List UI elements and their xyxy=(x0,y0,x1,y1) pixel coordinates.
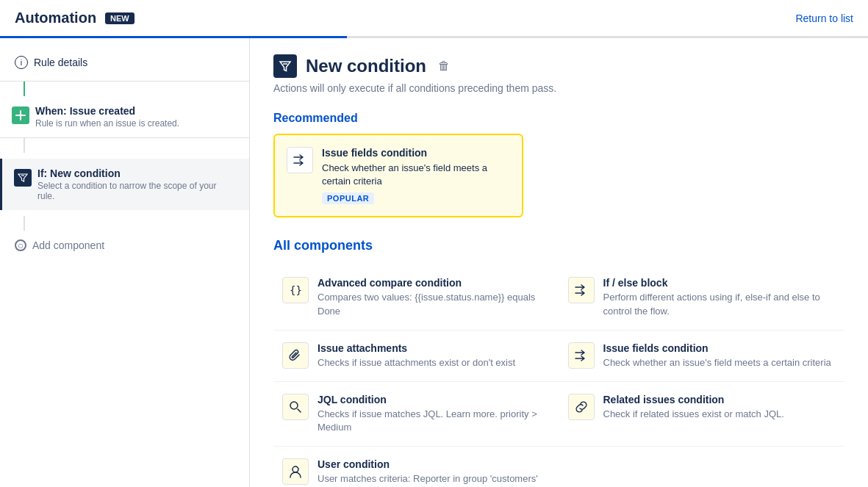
component-card-fields-condition[interactable]: Issue fields condition Check whether an … xyxy=(559,331,845,382)
comp-title-user-condition: User condition xyxy=(318,458,538,470)
comp-content-fields-condition: Issue fields condition Check whether an … xyxy=(603,342,831,369)
component-card-related-issues[interactable]: Related issues condition Check if relate… xyxy=(559,382,845,447)
return-to-list-link[interactable]: Return to list xyxy=(795,12,853,24)
comp-content-attachments: Issue attachments Checks if issue attach… xyxy=(318,342,515,369)
top-bar: Automation NEW Return to list xyxy=(0,0,868,37)
recommended-card[interactable]: Issue fields condition Check whether an … xyxy=(273,134,523,217)
comp-content-related-issues: Related issues condition Check if relate… xyxy=(603,394,784,421)
user-icon-box xyxy=(282,458,309,485)
link-icon-box xyxy=(568,394,595,420)
component-card-jql[interactable]: JQL condition Checks if issue matches JQ… xyxy=(273,382,559,447)
svg-point-4 xyxy=(293,466,298,472)
attachment-icon xyxy=(288,348,303,363)
search-icon-box xyxy=(282,394,309,420)
progress-bar-container xyxy=(0,36,868,38)
shuffle-icon xyxy=(293,153,307,167)
component-card-if-else[interactable]: If / else block Perform different action… xyxy=(559,265,845,330)
condition-subtitle: Select a condition to narrow the scope o… xyxy=(37,181,234,201)
comp-desc-if-else: Perform different actions using if, else… xyxy=(603,291,836,317)
search-icon xyxy=(288,400,303,414)
rule-details-label: Rule details xyxy=(34,57,87,68)
sidebar-connector-green xyxy=(24,82,25,96)
app-title: Automation xyxy=(15,10,96,26)
comp-desc-fields-condition: Check whether an issue's field meets a c… xyxy=(603,356,831,369)
condition-icon-box xyxy=(14,169,32,187)
recommended-card-desc: Check whether an issue's field meets a c… xyxy=(322,162,510,188)
condition-content: If: New condition Select a condition to … xyxy=(37,167,234,201)
svg-text:{}: {} xyxy=(290,284,302,296)
comp-desc-advanced-compare: Compares two values: {{issue.status.name… xyxy=(318,291,550,317)
if-else-icon-box xyxy=(568,277,595,303)
shuffle-icon2 xyxy=(574,283,589,297)
component-card-attachments[interactable]: Issue attachments Checks if issue attach… xyxy=(273,331,559,382)
recommended-card-icon xyxy=(287,147,313,173)
comp-desc-related-issues: Check if related issues exist or match J… xyxy=(603,408,784,421)
svg-point-3 xyxy=(290,402,298,409)
new-badge: NEW xyxy=(105,12,134,24)
attachment-icon-box xyxy=(282,342,309,369)
condition-header-icon xyxy=(273,54,297,78)
comp-title-advanced-compare: Advanced compare condition xyxy=(318,277,550,289)
components-grid: {} Advanced compare condition Compares t… xyxy=(273,265,844,487)
sidebar: i Rule details When: Issue created Rule … xyxy=(0,37,250,487)
comp-title-if-else: If / else block xyxy=(603,277,836,289)
comp-content-if-else: If / else block Perform different action… xyxy=(603,277,836,317)
trigger-content: When: Issue created Rule is run when an … xyxy=(35,105,179,129)
condition-title: If: New condition xyxy=(37,167,234,179)
trigger-subtitle: Rule is run when an issue is created. xyxy=(35,118,179,129)
comp-title-related-issues: Related issues condition xyxy=(603,394,784,405)
recommended-card-title: Issue fields condition xyxy=(322,147,510,159)
content-area: New condition 🗑 Actions will only execut… xyxy=(250,37,868,487)
comp-title-attachments: Issue attachments xyxy=(318,342,515,354)
component-card-user-condition[interactable]: User condition User matches criteria: Re… xyxy=(273,447,559,487)
all-components-title: All components xyxy=(273,238,844,253)
sidebar-connector-gray xyxy=(24,138,25,153)
main-layout: i Rule details When: Issue created Rule … xyxy=(0,37,868,487)
component-card-advanced-compare[interactable]: {} Advanced compare condition Compares t… xyxy=(273,265,559,330)
comp-title-fields-condition: Issue fields condition xyxy=(603,342,831,354)
link-icon xyxy=(574,400,589,414)
comp-title-jql: JQL condition xyxy=(318,394,550,405)
top-bar-left: Automation NEW xyxy=(15,10,134,26)
sidebar-trigger[interactable]: When: Issue created Rule is run when an … xyxy=(0,96,249,138)
comp-desc-user-condition: User matches criteria: Reporter in group… xyxy=(318,472,538,486)
code-icon: {} xyxy=(288,283,303,297)
recommended-section-title: Recommended xyxy=(273,112,844,125)
plus-icon xyxy=(15,110,26,120)
add-component-button[interactable]: ○ Add component xyxy=(0,231,249,260)
sidebar-condition[interactable]: If: New condition Select a condition to … xyxy=(0,159,249,210)
comp-content-jql: JQL condition Checks if issue matches JQ… xyxy=(318,394,550,434)
comp-desc-jql: Checks if issue matches JQL. Learn more.… xyxy=(318,408,550,434)
comp-content-user-condition: User condition User matches criteria: Re… xyxy=(318,458,538,486)
filter-header-icon xyxy=(279,59,292,73)
popular-badge: POPULAR xyxy=(322,192,374,204)
progress-bar-fill xyxy=(0,36,347,38)
comp-content-advanced-compare: Advanced compare condition Compares two … xyxy=(318,277,550,317)
user-icon xyxy=(288,464,303,479)
comp-desc-attachments: Checks if issue attachments exist or don… xyxy=(318,356,515,369)
content-title: New condition xyxy=(306,56,426,76)
trash-icon[interactable]: 🗑 xyxy=(438,59,450,73)
trigger-title: When: Issue created xyxy=(35,105,179,117)
add-dot-icon: ○ xyxy=(15,239,26,251)
sidebar-rule-details[interactable]: i Rule details xyxy=(0,48,249,82)
trigger-icon-box xyxy=(12,107,29,124)
recommended-card-content: Issue fields condition Check whether an … xyxy=(322,147,510,204)
content-subtitle: Actions will only execute if all conditi… xyxy=(273,82,844,94)
code-icon-box: {} xyxy=(282,277,309,303)
filter-icon xyxy=(18,173,28,183)
app-container: Automation NEW Return to list i Rule det… xyxy=(0,0,868,487)
sidebar-connector-gray2 xyxy=(24,216,25,231)
fields-condition-icon-box xyxy=(568,342,595,369)
content-header: New condition 🗑 xyxy=(273,54,844,78)
add-component-label: Add component xyxy=(32,239,104,251)
info-icon: i xyxy=(15,56,28,69)
shuffle-icon3 xyxy=(574,348,589,363)
